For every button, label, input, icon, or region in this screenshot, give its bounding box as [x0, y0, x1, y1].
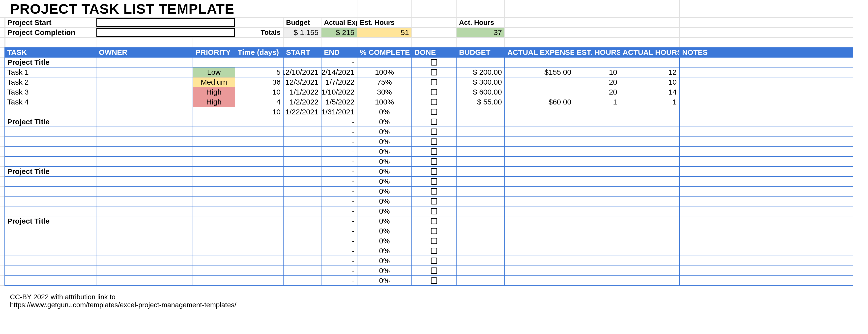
notes-cell[interactable] [679, 176, 853, 186]
owner-cell[interactable] [96, 266, 193, 276]
start-cell[interactable] [283, 256, 321, 266]
done-checkbox[interactable] [412, 236, 456, 246]
est-hours-cell[interactable] [574, 107, 620, 117]
budget-cell[interactable] [456, 107, 505, 117]
owner-cell[interactable] [96, 157, 193, 167]
project-start-input[interactable] [96, 18, 235, 28]
pct-complete-cell[interactable]: 0% [357, 176, 412, 186]
pct-complete-cell[interactable]: 0% [357, 117, 412, 127]
notes-cell[interactable] [679, 127, 853, 137]
end-cell[interactable]: - [321, 256, 357, 266]
time-cell[interactable] [235, 276, 283, 286]
done-checkbox[interactable] [412, 117, 456, 127]
task-cell[interactable] [4, 256, 96, 266]
time-cell[interactable] [235, 117, 283, 127]
budget-cell[interactable] [456, 147, 505, 157]
task-cell[interactable] [4, 176, 96, 186]
notes-cell[interactable] [679, 137, 853, 147]
owner-cell[interactable] [96, 137, 193, 147]
task-cell[interactable]: Task 4 [4, 97, 96, 107]
owner-cell[interactable] [96, 256, 193, 266]
actual-hours-cell[interactable] [620, 157, 679, 167]
start-cell[interactable]: 1/22/2021 [283, 107, 321, 117]
end-cell[interactable]: - [321, 137, 357, 147]
actual-expense-cell[interactable] [505, 57, 574, 67]
est-hours-cell[interactable]: 1 [574, 97, 620, 107]
est-hours-cell[interactable] [574, 206, 620, 216]
est-hours-cell[interactable] [574, 176, 620, 186]
priority-cell[interactable] [193, 196, 235, 206]
time-cell[interactable] [235, 176, 283, 186]
actual-expense-cell[interactable] [505, 176, 574, 186]
column-header-pct-complete[interactable]: % COMPLETE [357, 47, 412, 57]
pct-complete-cell[interactable]: 0% [357, 276, 412, 286]
pct-complete-cell[interactable]: 30% [357, 87, 412, 97]
owner-cell[interactable] [96, 87, 193, 97]
actual-hours-cell[interactable]: 12 [620, 67, 679, 77]
end-cell[interactable]: - [321, 246, 357, 256]
actual-hours-cell[interactable]: 10 [620, 77, 679, 87]
priority-cell[interactable] [193, 236, 235, 246]
actual-hours-cell[interactable] [620, 266, 679, 276]
actual-expense-cell[interactable] [505, 147, 574, 157]
priority-cell[interactable] [193, 276, 235, 286]
column-header-est-hours[interactable]: EST. HOURS [574, 47, 620, 57]
est-hours-cell[interactable] [574, 57, 620, 67]
end-cell[interactable]: 12/14/2021 [321, 67, 357, 77]
budget-cell[interactable] [456, 276, 505, 286]
pct-complete-cell[interactable]: 75% [357, 77, 412, 87]
notes-cell[interactable] [679, 236, 853, 246]
budget-cell[interactable] [456, 176, 505, 186]
notes-cell[interactable] [679, 276, 853, 286]
est-hours-cell[interactable] [574, 157, 620, 167]
budget-cell[interactable] [456, 246, 505, 256]
actual-hours-cell[interactable] [620, 127, 679, 137]
done-checkbox[interactable] [412, 256, 456, 266]
time-cell[interactable] [235, 147, 283, 157]
column-header-priority[interactable]: PRIORITY [193, 47, 235, 57]
task-cell[interactable]: Project Title [4, 216, 96, 226]
actual-expense-cell[interactable] [505, 77, 574, 87]
notes-cell[interactable] [679, 246, 853, 256]
budget-cell[interactable] [456, 157, 505, 167]
column-header-time[interactable]: Time (days) [235, 47, 283, 57]
done-checkbox[interactable] [412, 57, 456, 67]
actual-expense-cell[interactable] [505, 226, 574, 236]
notes-cell[interactable] [679, 196, 853, 206]
time-cell[interactable] [235, 186, 283, 196]
priority-cell[interactable] [193, 107, 235, 117]
end-cell[interactable]: 1/7/2022 [321, 77, 357, 87]
priority-cell[interactable] [193, 137, 235, 147]
task-cell[interactable] [4, 276, 96, 286]
done-checkbox[interactable] [412, 107, 456, 117]
pct-complete-cell[interactable]: 0% [357, 206, 412, 216]
est-hours-cell[interactable] [574, 196, 620, 206]
actual-hours-cell[interactable] [620, 147, 679, 157]
task-cell[interactable] [4, 157, 96, 167]
notes-cell[interactable] [679, 157, 853, 167]
project-completion-input[interactable] [96, 28, 235, 37]
time-cell[interactable]: 10 [235, 107, 283, 117]
notes-cell[interactable] [679, 87, 853, 97]
task-cell[interactable]: Task 3 [4, 87, 96, 97]
budget-cell[interactable] [456, 117, 505, 127]
budget-cell[interactable] [456, 206, 505, 216]
notes-cell[interactable] [679, 57, 853, 67]
owner-cell[interactable] [96, 226, 193, 236]
priority-cell[interactable] [193, 117, 235, 127]
task-cell[interactable]: Task 1 [4, 67, 96, 77]
actual-expense-cell[interactable] [505, 137, 574, 147]
column-header-task[interactable]: TASK [4, 47, 96, 57]
end-cell[interactable]: - [321, 167, 357, 176]
owner-cell[interactable] [96, 67, 193, 77]
done-checkbox[interactable] [412, 137, 456, 147]
priority-cell[interactable]: Medium [193, 77, 235, 87]
start-cell[interactable] [283, 196, 321, 206]
start-cell[interactable] [283, 236, 321, 246]
start-cell[interactable] [283, 157, 321, 167]
actual-expense-cell[interactable] [505, 157, 574, 167]
budget-cell[interactable] [456, 57, 505, 67]
done-checkbox[interactable] [412, 186, 456, 196]
time-cell[interactable] [235, 246, 283, 256]
priority-cell[interactable] [193, 246, 235, 256]
